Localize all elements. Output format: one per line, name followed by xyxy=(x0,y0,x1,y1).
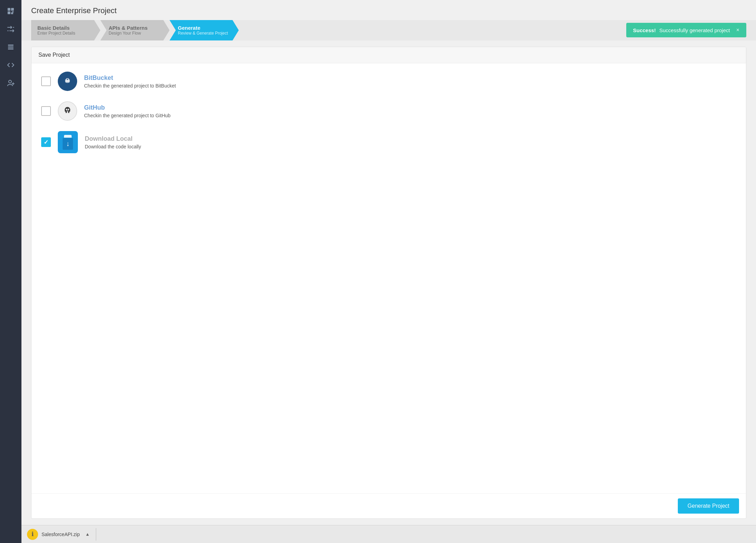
step-basic-details-subtitle: Enter Project Details xyxy=(37,31,90,36)
github-icon xyxy=(58,101,77,121)
arrow-down-icon: ↓ xyxy=(66,140,70,148)
success-notification: Success! Successfully generated project … xyxy=(626,23,747,37)
wizard-steps-container: Basic Details Enter Project Details APIs… xyxy=(21,20,756,40)
github-info: GitHub Checkin the generated project to … xyxy=(84,104,736,118)
svg-rect-2 xyxy=(8,11,10,14)
step-generate-title: Generate xyxy=(178,25,228,31)
svg-point-11 xyxy=(67,79,68,80)
svg-rect-0 xyxy=(8,8,10,11)
step-apis-patterns-subtitle: Design Your Flow xyxy=(109,31,159,36)
step-apis-patterns[interactable]: APIs & Patterns Design Your Flow xyxy=(100,20,170,40)
download-icon-inner: ↓ xyxy=(63,135,73,150)
bitbucket-info: BitBucket Checkin the generated project … xyxy=(84,74,736,89)
bottom-bar-divider xyxy=(96,528,96,541)
github-title: GitHub xyxy=(84,104,736,111)
bottom-bar: ℹ SalesforceAPI.zip ▲ xyxy=(21,525,756,543)
bitbucket-checkbox-box[interactable] xyxy=(41,76,51,86)
bitbucket-checkbox[interactable] xyxy=(41,76,51,86)
card-header: Save Project xyxy=(31,47,746,63)
bitbucket-option: BitBucket Checkin the generated project … xyxy=(41,72,736,91)
svg-rect-5 xyxy=(8,47,13,48)
notification-close-button[interactable]: × xyxy=(736,27,739,33)
layers-icon[interactable] xyxy=(3,39,18,55)
clipboard-body: ↓ xyxy=(63,138,73,150)
info-symbol: ℹ xyxy=(31,531,34,538)
download-info: Download Local Download the code locally xyxy=(85,135,736,149)
svg-rect-6 xyxy=(8,48,13,49)
bottom-bar-chevron-icon[interactable]: ▲ xyxy=(85,532,90,537)
add-user-icon[interactable] xyxy=(3,75,18,91)
download-info-icon: ℹ xyxy=(27,529,38,540)
download-description: Download the code locally xyxy=(85,144,736,149)
generate-project-button[interactable]: Generate Project xyxy=(678,498,739,514)
puzzle-icon[interactable] xyxy=(3,3,18,19)
step-generate-subtitle: Review & Generate Project xyxy=(178,31,228,36)
save-project-card: Save Project BitBucket Checkin xyxy=(31,47,746,519)
notification-bold: Success! xyxy=(633,27,656,33)
github-checkbox-box[interactable] xyxy=(41,106,51,116)
clipboard-top xyxy=(64,135,72,138)
bitbucket-icon xyxy=(58,72,77,91)
card-footer: Generate Project xyxy=(31,493,746,518)
main-content: Create Enterprise Project Basic Details … xyxy=(21,0,756,543)
step-generate[interactable]: Generate Review & Generate Project xyxy=(170,20,239,40)
notification-message: Successfully generated project xyxy=(659,27,730,33)
svg-rect-3 xyxy=(12,11,14,12)
github-option: GitHub Checkin the generated project to … xyxy=(41,101,736,121)
svg-point-13 xyxy=(66,109,67,110)
download-checkbox-box[interactable] xyxy=(41,137,51,147)
svg-rect-4 xyxy=(8,45,13,46)
svg-point-7 xyxy=(9,80,11,83)
download-option: ↓ Download Local Download the code local… xyxy=(41,131,736,153)
sidebar xyxy=(0,0,21,543)
bitbucket-description: Checkin the generated project to BitBuck… xyxy=(84,83,736,89)
svg-point-14 xyxy=(67,109,69,110)
download-filename: SalesforceAPI.zip xyxy=(42,532,80,537)
shuffle-icon[interactable] xyxy=(3,21,18,37)
code-icon[interactable] xyxy=(3,57,18,73)
step-basic-details[interactable]: Basic Details Enter Project Details xyxy=(31,20,100,40)
download-title: Download Local xyxy=(85,135,736,142)
download-icon: ↓ xyxy=(58,131,78,153)
step-basic-details-title: Basic Details xyxy=(37,25,90,31)
github-description: Checkin the generated project to GitHub xyxy=(84,113,736,118)
bitbucket-title: BitBucket xyxy=(84,74,736,82)
svg-rect-1 xyxy=(11,8,14,11)
step-apis-patterns-title: APIs & Patterns xyxy=(109,25,159,31)
github-checkbox[interactable] xyxy=(41,106,51,116)
card-body: BitBucket Checkin the generated project … xyxy=(31,63,746,493)
page-title: Create Enterprise Project xyxy=(21,0,756,20)
download-checkbox[interactable] xyxy=(41,137,51,147)
